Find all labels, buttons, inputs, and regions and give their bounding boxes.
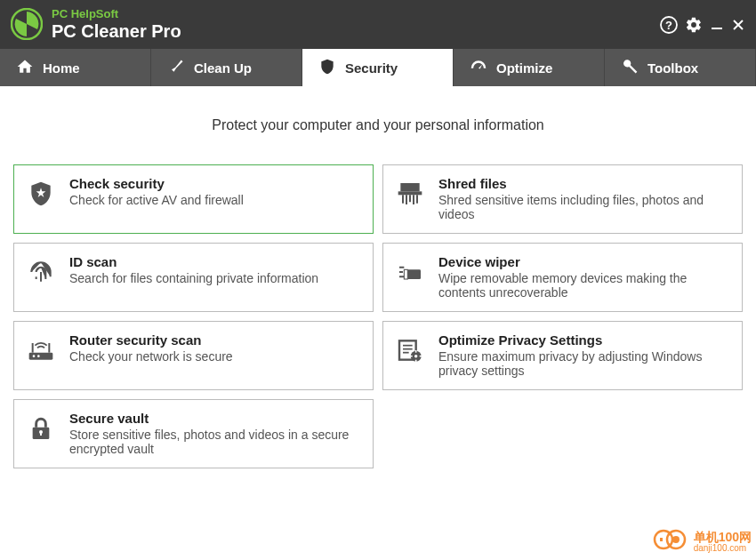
svg-rect-21 <box>404 269 407 279</box>
shield-star-icon <box>27 180 55 208</box>
watermark-url: danji100.com <box>694 543 752 553</box>
page-headline: Protect your computer and your personal … <box>13 117 743 133</box>
svg-point-8 <box>33 355 36 357</box>
content-area: Protect your computer and your personal … <box>0 86 756 482</box>
svg-point-9 <box>37 355 40 357</box>
close-icon[interactable] <box>731 18 745 32</box>
card-title: Router security scan <box>69 332 360 348</box>
app-logo-icon <box>11 8 43 40</box>
svg-text:?: ? <box>665 19 672 32</box>
watermark: 单机100网 danji100.com <box>653 527 752 556</box>
tab-cleanup[interactable]: Clean Up <box>151 49 302 86</box>
privacy-settings-icon <box>396 336 424 364</box>
broom-icon <box>167 58 185 78</box>
svg-rect-30 <box>410 356 413 357</box>
svg-rect-12 <box>40 432 42 436</box>
card-desc: Check for active AV and firewall <box>69 193 360 207</box>
tab-home[interactable]: Home <box>0 49 151 86</box>
home-icon <box>16 58 34 78</box>
svg-rect-3 <box>712 28 722 29</box>
card-title: ID scan <box>69 254 360 269</box>
tab-label: Optimize <box>496 60 552 76</box>
tab-optimize[interactable]: Optimize <box>454 49 605 86</box>
card-title: Check security <box>69 176 360 191</box>
tab-label: Toolbox <box>647 60 698 76</box>
card-title: Shred files <box>438 176 729 191</box>
card-privacy-settings[interactable]: Optimize Privacy Settings Ensure maximum… <box>382 321 743 390</box>
logo-text: PC HelpSoft PC Cleaner Pro <box>52 8 181 40</box>
card-desc: Search for files containing private info… <box>69 271 360 285</box>
watermark-logo-icon <box>653 527 688 556</box>
settings-icon[interactable] <box>685 16 703 34</box>
svg-rect-14 <box>398 191 422 195</box>
svg-rect-29 <box>415 360 417 363</box>
product-name: PC Cleaner Pro <box>52 21 181 41</box>
window-controls: ? <box>660 16 745 34</box>
card-desc: Ensure maximum privacy by adjusting Wind… <box>438 349 729 378</box>
shredder-icon <box>396 180 424 208</box>
svg-point-34 <box>672 536 680 543</box>
card-desc: Shred sensitive items including files, p… <box>438 193 729 221</box>
gauge-icon <box>470 58 487 78</box>
card-desc: Store sensitive files, photos and videos… <box>69 428 360 456</box>
svg-rect-13 <box>400 183 419 191</box>
shield-icon <box>318 58 336 78</box>
card-title: Device wiper <box>438 254 729 269</box>
lock-icon <box>27 414 55 443</box>
card-desc: Wipe removable memory devices making the… <box>438 271 729 300</box>
card-title: Secure vault <box>69 411 360 426</box>
minimize-icon[interactable] <box>710 18 724 32</box>
card-title: Optimize Privacy Settings <box>438 332 729 348</box>
logo-area: PC HelpSoft PC Cleaner Pro <box>11 8 181 40</box>
tab-label: Security <box>345 60 398 76</box>
title-bar: PC HelpSoft PC Cleaner Pro ? <box>0 0 756 49</box>
device-wiper-icon <box>396 258 424 286</box>
card-id-scan[interactable]: ID scan Search for files containing priv… <box>13 243 374 312</box>
card-check-security[interactable]: Check security Check for active AV and f… <box>13 164 374 234</box>
tools-icon <box>621 58 639 78</box>
card-grid: Check security Check for active AV and f… <box>13 164 743 468</box>
tab-label: Home <box>43 60 80 76</box>
tab-toolbox[interactable]: Toolbox <box>605 49 756 86</box>
brand-name: PC HelpSoft <box>52 8 181 20</box>
tab-label: Clean Up <box>194 60 252 76</box>
main-nav: Home Clean Up Security Optimize Toolbox <box>0 49 756 86</box>
help-icon[interactable]: ? <box>660 16 678 34</box>
card-router-scan[interactable]: Router security scan Check your network … <box>13 321 374 390</box>
svg-rect-28 <box>415 350 417 353</box>
fingerprint-icon <box>27 258 55 286</box>
router-icon <box>27 336 55 364</box>
svg-rect-35 <box>660 538 663 541</box>
card-shred-files[interactable]: Shred files Shred sensitive items includ… <box>382 164 743 234</box>
card-device-wiper[interactable]: Device wiper Wipe removable memory devic… <box>382 243 743 312</box>
svg-point-27 <box>414 355 417 357</box>
card-secure-vault[interactable]: Secure vault Store sensitive files, phot… <box>13 399 374 468</box>
tab-security[interactable]: Security <box>302 49 454 86</box>
card-desc: Check your network is secure <box>69 349 360 364</box>
watermark-title: 单机100网 <box>694 531 752 543</box>
svg-rect-31 <box>420 356 422 357</box>
